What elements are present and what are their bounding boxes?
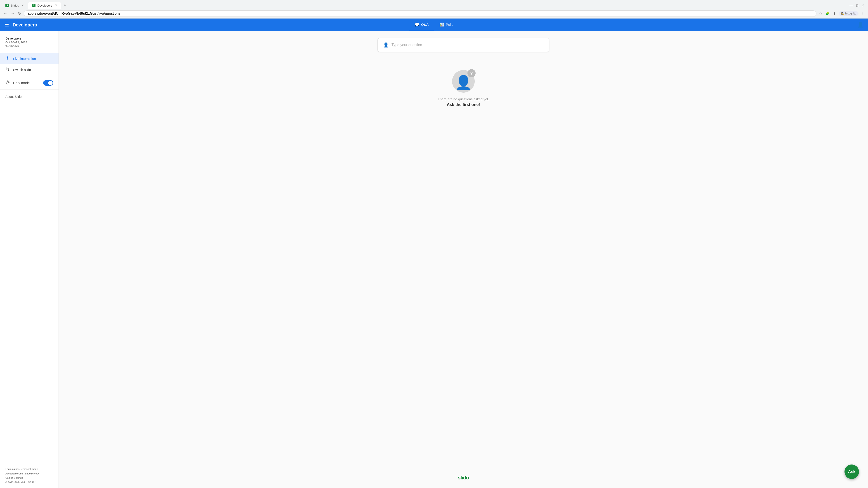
dark-mode-toggle[interactable] xyxy=(43,80,53,86)
toggle-knob xyxy=(48,80,53,85)
slido-privacy-link[interactable]: Slido Privacy xyxy=(25,472,39,475)
slido-logo: slido xyxy=(458,475,469,481)
empty-avatar: 👤 ? xyxy=(452,70,475,93)
login-as-host-link[interactable]: Login as host xyxy=(5,468,20,470)
sidebar-item-switch-slido[interactable]: Switch slido xyxy=(0,64,59,75)
dark-mode-icon xyxy=(5,80,10,86)
tab-bar: S Slidos ✕ S Developers ✕ + — ⧉ ✕ xyxy=(0,0,868,9)
header-tabs: 💬 Q&A 📊 Polls xyxy=(409,18,459,31)
tab-slidos-close[interactable]: ✕ xyxy=(22,4,24,7)
url-bar[interactable]: app.sli.do/event/dCnjRveGaeVb49ut2zGgst/… xyxy=(24,10,816,17)
acceptable-use-link[interactable]: Acceptable Use xyxy=(5,472,23,475)
minimize-button[interactable]: — xyxy=(849,4,852,7)
tab-developers-label: Developers xyxy=(37,4,52,7)
hamburger-button[interactable]: ☰ xyxy=(4,22,9,28)
close-button[interactable]: ✕ xyxy=(861,4,864,7)
refresh-button[interactable]: ↻ xyxy=(17,11,22,17)
copyright-text: © 2012–2024 slido · 58.18.1 xyxy=(5,481,37,484)
ask-fab-button[interactable]: Ask xyxy=(844,464,859,479)
tab-polls[interactable]: 📊 Polls xyxy=(434,18,459,31)
sidebar-divider-top xyxy=(0,52,59,52)
sidebar: Developers Oct 10–13, 2024 #1480 327 Liv… xyxy=(0,31,59,488)
event-info: Developers Oct 10–13, 2024 #1480 327 xyxy=(0,35,59,51)
question-bubble-icon: ? xyxy=(467,69,475,77)
forward-button[interactable]: → xyxy=(10,11,16,17)
empty-state: 👤 ? There are no questions asked yet. As… xyxy=(438,70,489,107)
polls-icon: 📊 xyxy=(439,22,444,27)
tab-slidos[interactable]: S Slidos ✕ xyxy=(2,2,27,9)
tab-developers[interactable]: S Developers ✕ xyxy=(28,2,61,9)
sidebar-item-live-interaction-label: Live interaction xyxy=(13,57,36,61)
empty-cta: Ask the first one! xyxy=(447,102,480,107)
present-mode-link[interactable]: Present mode xyxy=(22,468,38,470)
cookie-settings-link[interactable]: Cookie Settings xyxy=(5,477,23,479)
tab-developers-close[interactable]: ✕ xyxy=(55,4,57,7)
address-bar: ← → ↻ app.sli.do/event/dCnjRveGaeVb49ut2… xyxy=(0,9,868,18)
question-input-placeholder: Type your question xyxy=(392,43,422,47)
event-name: Developers xyxy=(5,37,53,40)
user-account-button[interactable]: 👤 xyxy=(857,22,864,28)
restore-button[interactable]: ⧉ xyxy=(855,4,859,7)
main-content: 👤 Type your question 👤 ? There are no qu… xyxy=(59,31,868,488)
app-header: ☰ Developers 💬 Q&A 📊 Polls 👤 xyxy=(0,19,868,31)
slido-branding: slido xyxy=(458,470,469,485)
question-input-person-icon: 👤 xyxy=(383,42,389,48)
new-tab-button[interactable]: + xyxy=(62,2,68,9)
back-button[interactable]: ← xyxy=(3,11,8,17)
dark-mode-label: Dark mode xyxy=(13,81,40,85)
switch-slido-icon xyxy=(5,67,10,72)
incognito-label: Incognito xyxy=(845,12,856,15)
developers-favicon: S xyxy=(32,4,35,7)
event-id: #1480 327 xyxy=(5,44,53,47)
extensions-button[interactable]: 🧩 xyxy=(825,11,831,16)
sidebar-item-switch-slido-label: Switch slido xyxy=(13,68,31,72)
sidebar-divider-mid xyxy=(0,76,59,76)
browser-chrome: S Slidos ✕ S Developers ✕ + — ⧉ ✕ ← → ↻ … xyxy=(0,0,868,19)
slidos-favicon: S xyxy=(5,4,9,7)
app-title: Developers xyxy=(13,22,37,28)
question-input-box[interactable]: 👤 Type your question xyxy=(377,38,549,52)
menu-button[interactable]: ⋮ xyxy=(860,11,865,16)
dark-mode-row: Dark mode xyxy=(0,77,59,88)
svg-point-1 xyxy=(7,81,8,83)
tab-polls-label: Polls xyxy=(446,23,453,26)
sidebar-item-live-interaction[interactable]: Live interaction xyxy=(0,53,59,64)
tab-qa-label: Q&A xyxy=(421,23,429,26)
live-interaction-icon xyxy=(5,56,10,61)
address-actions: ☆ 🧩 ⬇ 🕵 Incognito ⋮ xyxy=(818,11,865,16)
sidebar-divider-bot xyxy=(0,89,59,90)
main-layout: Developers Oct 10–13, 2024 #1480 327 Liv… xyxy=(0,31,868,488)
qa-icon: 💬 xyxy=(415,22,419,27)
empty-text: There are no questions asked yet. xyxy=(438,97,489,101)
download-button[interactable]: ⬇ xyxy=(832,11,837,16)
url-text: app.sli.do/event/dCnjRveGaeVb49ut2zGgst/… xyxy=(28,11,121,15)
event-date: Oct 10–13, 2024 xyxy=(5,41,53,44)
tab-slidos-label: Slidos xyxy=(11,4,19,7)
bookmark-button[interactable]: ☆ xyxy=(818,11,823,16)
about-slido-link[interactable]: About Slido xyxy=(0,92,59,101)
sidebar-footer: Login as host - Present mode Acceptable … xyxy=(0,463,59,488)
window-controls: — ⧉ ✕ xyxy=(849,4,866,7)
svg-point-0 xyxy=(7,58,8,59)
footer-sep2: - xyxy=(24,472,25,475)
incognito-badge: 🕵 Incognito xyxy=(839,11,859,16)
tab-qa[interactable]: 💬 Q&A xyxy=(409,18,434,31)
incognito-icon: 🕵 xyxy=(841,12,844,15)
